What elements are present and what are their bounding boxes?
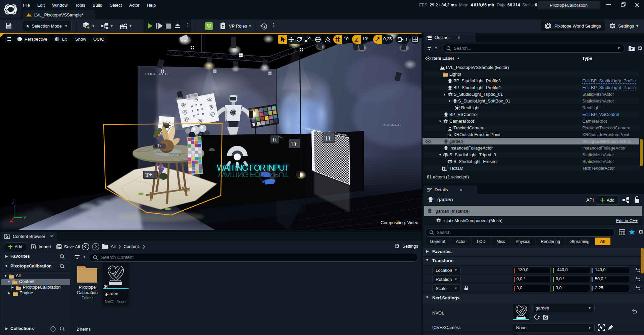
svg-text:Tt: Tt (291, 140, 297, 148)
svg-text:Deckerboard s: Deckerboard s (384, 124, 401, 127)
svg-text:☰T+: ☰T+ (154, 144, 161, 148)
svg-text:Tt: Tt (325, 134, 331, 142)
svg-text:Z: Z (12, 200, 14, 205)
svg-text:Disp.: Disp. (279, 136, 284, 139)
svg-text:Y: Y (23, 216, 26, 220)
svg-text:X: X (10, 219, 13, 224)
svg-text:PIXOT⚛PE´: PIXOT⚛PE´ (145, 72, 170, 76)
svg-text:Tt: Tt (272, 137, 277, 142)
svg-text:T+: T+ (145, 172, 152, 178)
svg-text:WAITING FOR INPUT: WAITING FOR INPUT (218, 171, 289, 178)
svg-text:Tt: Tt (443, 167, 446, 170)
